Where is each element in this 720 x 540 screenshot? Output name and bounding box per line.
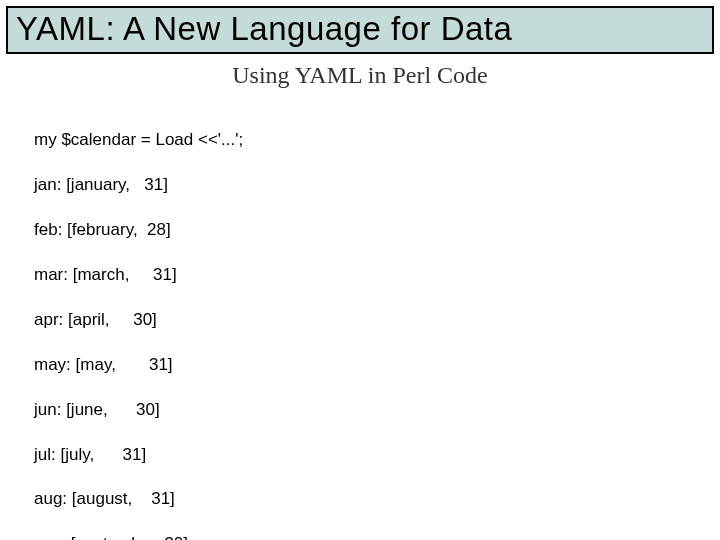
code-line: apr: [april, 30] [34, 309, 720, 331]
slide-subtitle: Using YAML in Perl Code [0, 62, 720, 89]
code-line: jun: [june, 30] [34, 399, 720, 421]
code-line: jan: [january, 31] [34, 174, 720, 196]
code-line: may: [may, 31] [34, 354, 720, 376]
code-line: jul: [july, 31] [34, 444, 720, 466]
code-line: mar: [march, 31] [34, 264, 720, 286]
code-line: aug: [august, 31] [34, 488, 720, 510]
code-line: feb: [february, 28] [34, 219, 720, 241]
code-example: my $calendar = Load <<'...'; jan: [janua… [34, 107, 720, 540]
title-bar: YAML: A New Language for Data [6, 6, 714, 54]
slide-title: YAML: A New Language for Data [16, 10, 704, 48]
code-line: sep: [september, 30] [34, 533, 720, 540]
code-line: my $calendar = Load <<'...'; [34, 129, 720, 151]
